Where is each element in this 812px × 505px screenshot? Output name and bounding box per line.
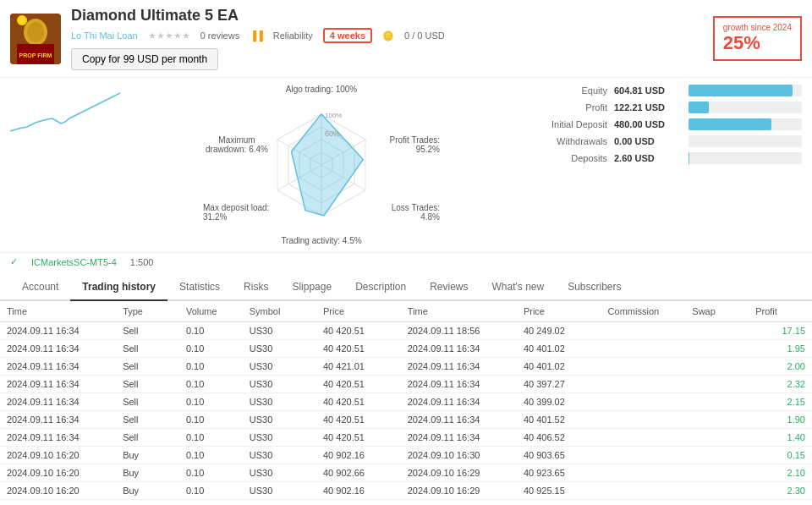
table-cell: 0.10 xyxy=(179,447,243,464)
table-cell xyxy=(601,411,686,429)
table-row: 2024.09.10 16:20Buy0.10US3040 902.162024… xyxy=(0,482,812,500)
page-title: Diamond Ultimate 5 EA xyxy=(71,7,703,25)
star-rating: ★★★★★ xyxy=(148,30,190,41)
table-cell: Sell xyxy=(116,322,179,340)
table-cell: 0.10 xyxy=(179,376,243,393)
table-cell: 2.10 xyxy=(749,464,812,482)
table-cell: 0.10 xyxy=(179,340,243,358)
table-cell: 2.15 xyxy=(749,393,812,411)
tab-trading-history[interactable]: Trading history xyxy=(70,274,167,301)
table-cell: 40 923.65 xyxy=(517,464,601,482)
table-cell: 40 399.02 xyxy=(517,393,601,411)
table-header-row: Time Type Volume Symbol Price Time Price… xyxy=(0,301,812,322)
equity-bar-container xyxy=(689,85,802,96)
table-cell: Sell xyxy=(116,411,179,429)
col-header-time: Time xyxy=(0,301,116,322)
table-cell: 1.42 xyxy=(749,500,812,506)
table-cell: 2024.09.10 16:29 xyxy=(401,464,517,482)
table-cell: 1.40 xyxy=(749,429,812,447)
table-cell: Sell xyxy=(116,376,179,393)
table-cell: 0.10 xyxy=(179,464,243,482)
table-cell xyxy=(601,482,686,500)
mini-chart-panel xyxy=(10,85,129,138)
table-cell: 2024.09.11 16:34 xyxy=(401,358,517,376)
initial-deposit-value: 480.00 USD xyxy=(614,119,682,129)
table-cell xyxy=(601,358,686,376)
table-cell: 2024.09.11 16:34 xyxy=(401,429,517,447)
table-cell: 40 902.16 xyxy=(316,482,401,500)
table-cell xyxy=(685,429,749,447)
deposits-bar xyxy=(689,152,689,164)
table-cell: 40 420.51 xyxy=(316,376,401,393)
leverage: 1:500 xyxy=(130,257,154,267)
mini-chart-svg xyxy=(10,85,120,135)
table-cell: 17.15 xyxy=(749,322,812,340)
deposits-bar-container xyxy=(689,152,802,164)
table-cell xyxy=(685,340,749,358)
radar-center-label: 60% xyxy=(325,129,340,138)
table-cell xyxy=(685,322,749,340)
table-cell: US30 xyxy=(243,464,316,482)
tab-description[interactable]: Description xyxy=(343,274,418,301)
table-cell: 2024.09.11 16:34 xyxy=(401,393,517,411)
middle-section: Algo trading: 100% Maximum drawdown: 6.4… xyxy=(0,78,812,252)
table-cell xyxy=(601,500,686,506)
initial-deposit-row: Initial Deposit 480.00 USD xyxy=(514,118,802,130)
table-cell: 40 925.15 xyxy=(517,482,601,500)
reliability-label: Reliability xyxy=(273,30,313,41)
table-cell xyxy=(601,429,686,447)
table-cell: US30 xyxy=(243,340,316,358)
table-cell xyxy=(685,358,749,376)
col-header-time2: Time xyxy=(401,301,517,322)
table-cell xyxy=(601,322,686,340)
tab-subscribers[interactable]: Subscribers xyxy=(556,274,633,301)
table-cell: 0.10 xyxy=(179,429,243,447)
table-cell: 0.10 xyxy=(179,322,243,340)
table-cell xyxy=(601,340,686,358)
initial-deposit-bar xyxy=(689,118,771,130)
table-cell: 0.10 xyxy=(179,358,243,376)
tab-account[interactable]: Account xyxy=(10,274,70,301)
table-cell: 40 420.51 xyxy=(316,393,401,411)
table-cell: 0.10 xyxy=(179,411,243,429)
broker-info: ✓ ICMarketsSC-MT5-4 1:500 xyxy=(0,252,812,271)
table-cell: 2024.09.11 16:34 xyxy=(0,393,116,411)
table-cell: US30 xyxy=(243,482,316,500)
col-header-swap: Swap xyxy=(685,301,749,322)
stats-table: Equity 604.81 USD Profit 122.21 USD Init… xyxy=(514,85,802,164)
trading-history-table: Time Type Volume Symbol Price Time Price… xyxy=(0,301,812,505)
table-cell: Buy xyxy=(116,464,179,482)
table-row: 2024.09.10 16:20Buy0.10US3040 902.662024… xyxy=(0,464,812,482)
table-cell: 2.30 xyxy=(749,482,812,500)
svg-point-2 xyxy=(27,22,44,42)
table-cell: 2024.09.10 16:20 xyxy=(0,500,116,506)
deposits-value: 2.60 USD xyxy=(614,153,682,163)
table-row: 2024.09.11 16:34Sell0.10US3040 420.51202… xyxy=(0,429,812,447)
col-header-volume: Volume xyxy=(179,301,243,322)
table-cell: US30 xyxy=(243,411,316,429)
table-cell: US30 xyxy=(243,322,316,340)
table-cell: 40 902.66 xyxy=(316,464,401,482)
svg-text:PROP FIRM: PROP FIRM xyxy=(19,52,52,58)
table-cell xyxy=(685,376,749,393)
radar-chart-area: Algo trading: 100% Maximum drawdown: 6.4… xyxy=(139,85,504,245)
initial-deposit-bar-container xyxy=(689,118,802,130)
tab-whats-new[interactable]: What's new xyxy=(480,274,557,301)
table-row: 2024.09.11 16:34Sell0.10US3040 421.01202… xyxy=(0,358,812,376)
table-cell: US30 xyxy=(243,500,316,506)
equity-bar xyxy=(689,85,793,96)
tab-slippage[interactable]: Slippage xyxy=(280,274,343,301)
tab-risks[interactable]: Risks xyxy=(232,274,280,301)
withdrawals-bar-container xyxy=(689,135,802,147)
table-cell xyxy=(685,482,749,500)
tab-statistics[interactable]: Statistics xyxy=(167,274,232,301)
table-row: 2024.09.11 16:34Sell0.10US3040 420.51202… xyxy=(0,393,812,411)
table-cell: Sell xyxy=(116,340,179,358)
table-cell: 2.00 xyxy=(749,358,812,376)
tab-reviews[interactable]: Reviews xyxy=(418,274,480,301)
table-cell: 0.10 xyxy=(179,500,243,506)
table-cell: 40 421.01 xyxy=(316,358,401,376)
table-cell: 40 902.16 xyxy=(316,447,401,464)
copy-button[interactable]: Copy for 99 USD per month xyxy=(71,48,218,70)
author-name: Lo Thi Mai Loan xyxy=(71,30,138,41)
